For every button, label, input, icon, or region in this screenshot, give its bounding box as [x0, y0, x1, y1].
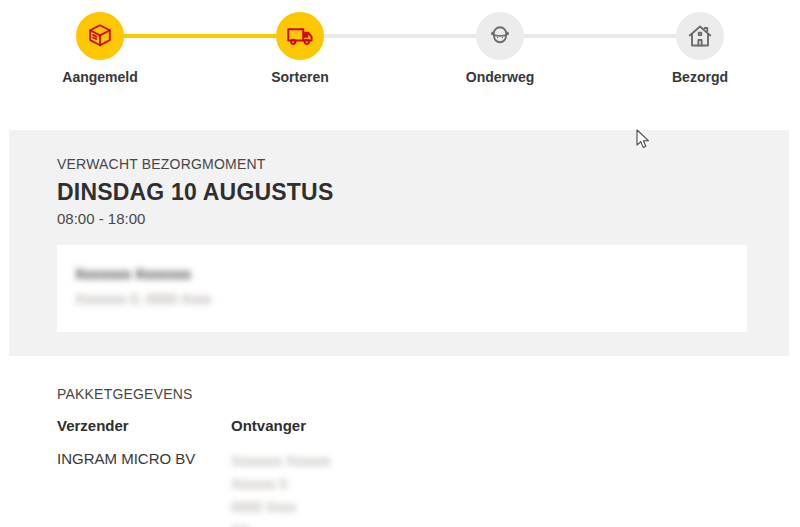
receiver-column: Ontvanger Xxxxxxx Xxxxxx Xxxxxx 0 0000 X…	[231, 417, 331, 527]
step-aangemeld: Aangemeld	[0, 12, 200, 85]
step-sorteren: Sorteren	[200, 12, 400, 85]
courier-icon	[485, 21, 515, 51]
delivery-date: DINSDAG 10 AUGUSTUS	[57, 179, 747, 206]
recipient-name-redacted: Xxxxxxx Xxxxxxx	[75, 266, 191, 282]
delivery-address-card: Xxxxxxx Xxxxxxx Xxxxxxx 0, 0000 Xxxx	[57, 245, 747, 332]
shipment-progress-tracker: Aangemeld Sorteren	[0, 0, 800, 86]
receiver-label: Ontvanger	[231, 417, 331, 434]
house-icon	[685, 21, 715, 51]
recipient-address-redacted: Xxxxxxx 0, 0000 Xxxx	[75, 291, 211, 307]
delivery-moment-label: VERWACHT BEZORGMOMENT	[57, 156, 747, 172]
package-details-section: PAKKETGEGEVENS Verzender INGRAM MICRO BV…	[57, 386, 800, 527]
parcel-icon	[86, 22, 114, 50]
step-label: Onderweg	[466, 69, 534, 85]
step-label: Sorteren	[271, 69, 329, 85]
sender-label: Verzender	[57, 417, 231, 434]
receiver-line-redacted: Xxxxxx 0	[231, 473, 287, 496]
step-label: Aangemeld	[62, 69, 137, 85]
step-onderweg: Onderweg	[400, 12, 600, 85]
sender-name: INGRAM MICRO BV	[57, 450, 231, 467]
step-circle-done	[76, 12, 124, 60]
receiver-line-redacted: 0000 Xxxx	[231, 496, 296, 519]
truck-icon	[285, 21, 315, 51]
mouse-cursor-icon	[636, 129, 651, 154]
step-circle-todo	[476, 12, 524, 60]
receiver-line-redacted: XX	[231, 519, 250, 527]
step-circle-done	[276, 12, 324, 60]
sender-column: Verzender INGRAM MICRO BV	[57, 417, 231, 527]
delivery-moment-panel: VERWACHT BEZORGMOMENT DINSDAG 10 AUGUSTU…	[9, 130, 789, 356]
receiver-line-redacted: Xxxxxxx Xxxxxx	[231, 450, 331, 473]
package-details-title: PAKKETGEGEVENS	[57, 386, 800, 402]
step-label: Bezorgd	[672, 69, 728, 85]
step-circle-todo	[676, 12, 724, 60]
step-bezorgd: Bezorgd	[600, 12, 800, 85]
delivery-time-window: 08:00 - 18:00	[57, 210, 747, 227]
receiver-address-block: Xxxxxxx Xxxxxx Xxxxxx 0 0000 Xxxx XX	[231, 450, 331, 527]
